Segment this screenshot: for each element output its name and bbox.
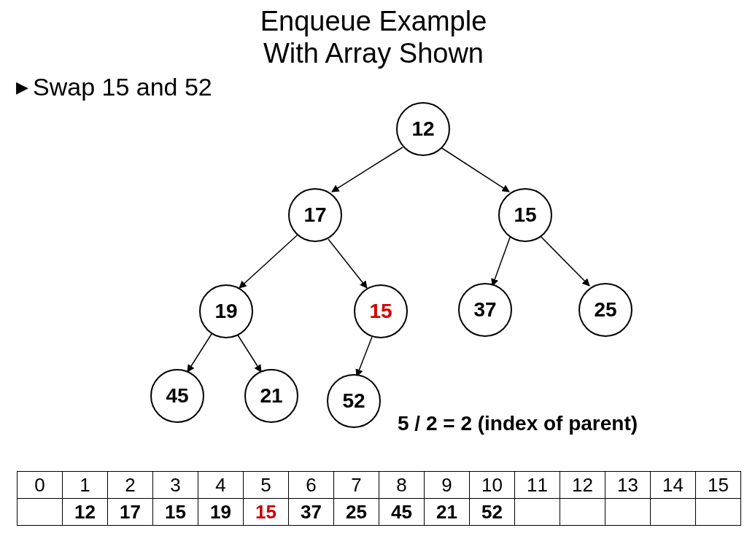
svg-line-3	[328, 239, 367, 288]
tree-node-10: 52	[327, 374, 381, 428]
array-value-cell	[18, 499, 63, 526]
array-index-cell: 6	[289, 472, 334, 499]
array-index-cell: 13	[605, 472, 651, 499]
array-value-cell: 17	[108, 499, 153, 526]
array-value-cell	[696, 499, 741, 526]
array-value-cell: 45	[379, 499, 425, 526]
array-value-cell: 15	[153, 499, 198, 526]
array-index-cell: 12	[560, 472, 605, 499]
array-index-row: 0 1 2 3 4 5 6 7 8 9 10 11 12 13 14 15	[18, 472, 741, 499]
array-value-cell	[605, 499, 651, 526]
tree-node-2: 17	[288, 188, 342, 242]
svg-line-5	[540, 236, 589, 286]
array-index-cell: 8	[379, 472, 425, 499]
svg-line-6	[187, 334, 212, 372]
array-index-cell: 4	[198, 472, 244, 499]
array-index-cell: 14	[651, 472, 696, 499]
array-value-cell: 37	[289, 499, 334, 526]
tree-node-3: 15	[498, 188, 552, 242]
title-line-1: Enqueue Example	[260, 6, 487, 36]
array-value-cell: 19	[198, 499, 244, 526]
array-index-cell: 5	[244, 472, 289, 499]
tree-node-8: 45	[150, 369, 204, 423]
title-line-2: With Array Shown	[263, 38, 484, 69]
svg-line-0	[332, 147, 403, 192]
array-value-cell	[651, 499, 696, 526]
array-value-row: 12 17 15 19 15 37 25 45 21 52	[18, 499, 741, 526]
array-index-cell: 7	[334, 472, 379, 499]
svg-line-8	[357, 337, 372, 376]
tree-node-9: 21	[244, 369, 298, 423]
array-value-cell: 12	[63, 499, 108, 526]
bullet-triangle-icon: ▶	[16, 78, 28, 97]
array-index-cell: 1	[63, 472, 108, 499]
svg-line-2	[239, 235, 298, 288]
array-index-cell: 11	[515, 472, 560, 499]
svg-line-1	[441, 147, 509, 192]
bullet-line: ▶Swap 15 and 52	[16, 73, 212, 101]
array-index-cell: 2	[108, 472, 153, 499]
array-value-cell: 21	[425, 499, 470, 526]
bullet-text: Swap 15 and 52	[33, 73, 212, 101]
tree-node-7: 25	[578, 283, 632, 337]
array-index-cell: 0	[18, 472, 63, 499]
tree-node-1: 12	[396, 102, 450, 156]
array-value-cell-highlight: 15	[244, 499, 289, 526]
array-table: 0 1 2 3 4 5 6 7 8 9 10 11 12 13 14 15 12…	[17, 471, 741, 526]
svg-line-4	[492, 236, 511, 286]
array-value-cell	[560, 499, 605, 526]
array-index-cell: 9	[425, 472, 470, 499]
slide-title: Enqueue Example With Array Shown	[0, 6, 747, 69]
array-index-cell: 10	[470, 472, 515, 499]
tree-node-6: 37	[458, 283, 512, 337]
array-index-cell: 15	[696, 472, 741, 499]
array-value-cell: 25	[334, 499, 379, 526]
tree-node-4: 19	[199, 284, 253, 338]
svg-line-7	[237, 334, 261, 372]
array-index-cell: 3	[153, 472, 198, 499]
tree-node-5: 15	[354, 284, 408, 338]
array-value-cell: 52	[470, 499, 515, 526]
array-value-cell	[515, 499, 560, 526]
index-annotation: 5 / 2 = 2 (index of parent)	[398, 412, 638, 435]
